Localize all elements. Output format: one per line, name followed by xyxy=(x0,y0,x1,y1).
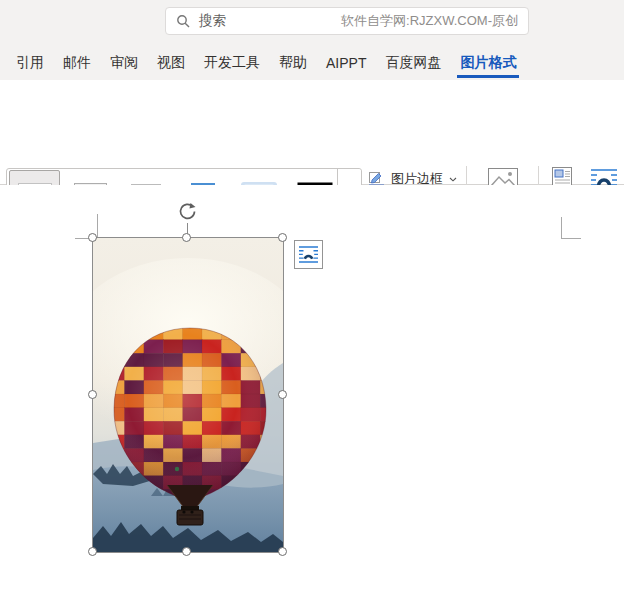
search-placeholder: 搜索 xyxy=(199,12,226,30)
resize-handle-top-center[interactable] xyxy=(182,233,191,242)
layout-options-button[interactable] xyxy=(294,240,323,269)
tab-picture-format[interactable]: 图片格式 xyxy=(459,48,517,81)
tab-aippt[interactable]: AIPPT xyxy=(325,49,367,80)
tab-review[interactable]: 审阅 xyxy=(109,48,139,81)
chevron-down-icon xyxy=(449,177,457,182)
resize-handle-bottom-center[interactable] xyxy=(182,547,191,556)
tab-view[interactable]: 视图 xyxy=(156,48,186,81)
tab-baidu-netdisk[interactable]: 百度网盘 xyxy=(384,48,442,81)
tab-developer[interactable]: 开发工具 xyxy=(203,48,261,81)
tab-help[interactable]: 帮助 xyxy=(278,48,308,81)
tab-mailings[interactable]: 邮件 xyxy=(62,48,92,81)
hot-air-balloon-photo[interactable] xyxy=(93,238,283,552)
resize-handle-top-right[interactable] xyxy=(278,233,287,242)
margin-mark-top-left xyxy=(97,214,98,237)
resize-handle-top-left[interactable] xyxy=(88,233,97,242)
ribbon-tabs: 引用 邮件 审阅 视图 开发工具 帮助 AIPPT 百度网盘 图片格式 xyxy=(0,48,624,80)
margin-mark-top-right xyxy=(561,217,562,238)
search-icon xyxy=(176,14,190,28)
balloon-photo-art xyxy=(93,238,283,552)
resize-handle-bottom-left[interactable] xyxy=(88,547,97,556)
watermark-text: 软件自学网:RJZXW.COM-原创 xyxy=(341,12,518,30)
margin-mark-top-right xyxy=(561,238,581,239)
layout-options-icon xyxy=(298,244,319,265)
ribbon-picture-format: 图片边框 图片效果 图片版式 xyxy=(0,80,624,185)
tab-references[interactable]: 引用 xyxy=(15,48,45,81)
app-header: 搜索 软件自学网:RJZXW.COM-原创 引用 邮件 审阅 视图 开发工具 帮… xyxy=(0,0,624,80)
search-input[interactable]: 搜索 软件自学网:RJZXW.COM-原创 xyxy=(165,7,529,35)
resize-handle-bottom-right[interactable] xyxy=(278,547,287,556)
resize-handle-middle-right[interactable] xyxy=(278,390,287,399)
resize-handle-middle-left[interactable] xyxy=(88,390,97,399)
rotate-icon xyxy=(177,201,198,222)
